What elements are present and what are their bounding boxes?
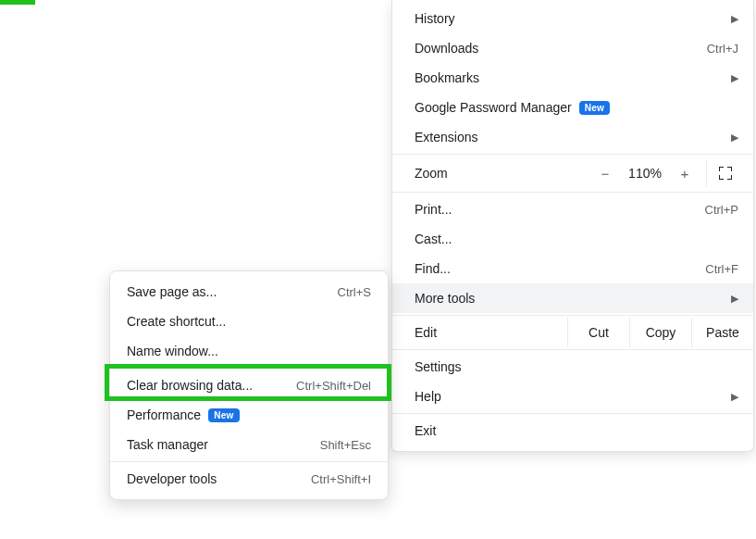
print-label: Print... [415, 202, 452, 217]
submenu-arrow-icon: ▶ [731, 13, 738, 25]
paste-label: Paste [706, 325, 739, 340]
menu-separator [392, 315, 753, 316]
menu-item-help[interactable]: Help ▶ [392, 382, 753, 411]
submenu-item-save-page[interactable]: Save page as... Ctrl+S [110, 277, 388, 307]
save-page-shortcut: Ctrl+S [338, 285, 371, 299]
menu-separator [110, 368, 388, 369]
history-label: History [415, 11, 455, 26]
settings-label: Settings [415, 359, 462, 374]
paste-button[interactable]: Paste [691, 318, 753, 347]
submenu-arrow-icon: ▶ [731, 72, 738, 84]
menu-item-settings[interactable]: Settings [392, 352, 753, 382]
menu-item-google-password-manager[interactable]: Google Password Manager New [392, 93, 753, 122]
menu-item-history[interactable]: History ▶ [392, 4, 753, 33]
fullscreen-button[interactable] [706, 160, 744, 186]
submenu-item-create-shortcut[interactable]: Create shortcut... [110, 307, 388, 336]
task-manager-label: Task manager [127, 437, 208, 452]
menu-separator [392, 192, 753, 193]
zoom-value: 110% [621, 166, 669, 181]
menu-item-find[interactable]: Find... Ctrl+F [392, 254, 753, 283]
new-badge: New [208, 408, 239, 422]
menu-item-edit: Edit Cut Copy Paste [392, 318, 753, 347]
dev-tools-label: Developer tools [127, 471, 217, 486]
menu-separator [392, 349, 753, 350]
task-manager-shortcut: Shift+Esc [320, 438, 371, 452]
submenu-arrow-icon: ▶ [731, 293, 738, 305]
print-shortcut: Ctrl+P [705, 203, 738, 217]
cut-button[interactable]: Cut [567, 318, 629, 347]
downloads-shortcut: Ctrl+J [707, 42, 738, 56]
new-badge: New [579, 101, 610, 115]
menu-item-print[interactable]: Print... Ctrl+P [392, 194, 753, 224]
menu-item-extensions[interactable]: Extensions ▶ [392, 122, 753, 152]
submenu-item-clear-browsing-data[interactable]: Clear browsing data... Ctrl+Shift+Del [110, 370, 388, 400]
cast-label: Cast... [415, 232, 452, 246]
create-shortcut-label: Create shortcut... [127, 314, 226, 329]
menu-separator [392, 154, 753, 155]
help-label: Help [415, 389, 441, 404]
gpm-label: Google Password Manager [415, 100, 572, 115]
bookmarks-label: Bookmarks [415, 70, 479, 85]
more-tools-label: More tools [415, 291, 475, 306]
menu-item-zoom: Zoom − 110% + [392, 157, 753, 190]
exit-label: Exit [415, 423, 436, 438]
chrome-main-menu: History ▶ Downloads Ctrl+J Bookmarks ▶ G… [391, 0, 754, 452]
menu-item-downloads[interactable]: Downloads Ctrl+J [392, 33, 753, 63]
find-shortcut: Ctrl+F [705, 262, 738, 276]
submenu-arrow-icon: ▶ [731, 132, 738, 144]
performance-label: Performance [127, 407, 201, 422]
more-tools-submenu: Save page as... Ctrl+S Create shortcut..… [109, 270, 389, 500]
name-window-label: Name window... [127, 344, 218, 358]
plus-icon: + [681, 166, 689, 182]
zoom-in-button[interactable]: + [669, 160, 700, 186]
menu-item-bookmarks[interactable]: Bookmarks ▶ [392, 63, 753, 93]
zoom-controls: − 110% + [589, 160, 744, 186]
submenu-item-performance[interactable]: Performance New [110, 400, 388, 430]
save-page-label: Save page as... [127, 284, 217, 299]
submenu-item-name-window[interactable]: Name window... [110, 336, 388, 366]
menu-separator [110, 461, 388, 462]
clear-data-label: Clear browsing data... [127, 378, 253, 393]
submenu-arrow-icon: ▶ [731, 391, 738, 403]
edit-label: Edit [392, 318, 567, 347]
find-label: Find... [415, 261, 451, 276]
copy-label: Copy [646, 325, 676, 340]
clear-data-shortcut: Ctrl+Shift+Del [296, 379, 371, 393]
submenu-item-task-manager[interactable]: Task manager Shift+Esc [110, 430, 388, 459]
top-tab-fragment [0, 0, 35, 5]
menu-separator [392, 413, 753, 414]
dev-tools-shortcut: Ctrl+Shift+I [311, 472, 371, 486]
minus-icon: − [601, 166, 610, 182]
fullscreen-icon [719, 167, 732, 180]
menu-item-more-tools[interactable]: More tools ▶ [392, 283, 753, 313]
extensions-label: Extensions [415, 130, 477, 144]
submenu-item-developer-tools[interactable]: Developer tools Ctrl+Shift+I [110, 464, 388, 494]
menu-item-exit[interactable]: Exit [392, 416, 753, 445]
cut-label: Cut [589, 325, 609, 340]
copy-button[interactable]: Copy [629, 318, 691, 347]
zoom-label: Zoom [415, 166, 589, 181]
zoom-out-button[interactable]: − [589, 160, 621, 186]
menu-item-cast[interactable]: Cast... [392, 224, 753, 254]
downloads-label: Downloads [415, 41, 478, 56]
